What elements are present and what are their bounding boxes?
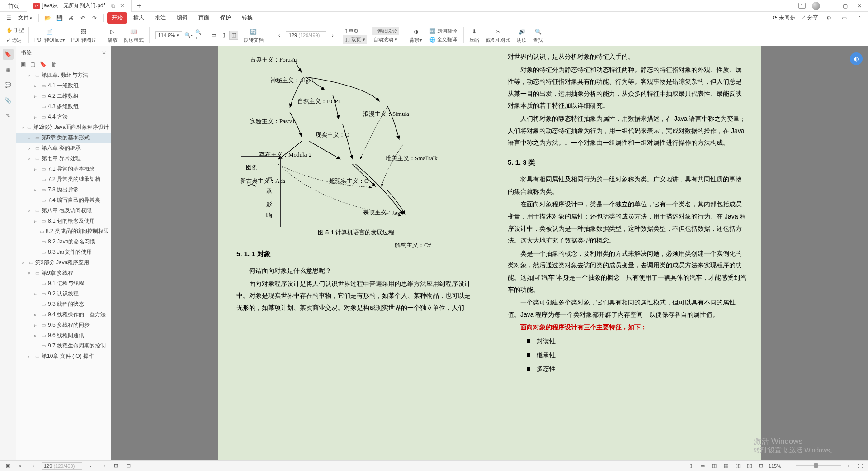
tab-edit[interactable]: 编辑 (172, 12, 192, 24)
minimize-icon[interactable]: — (826, 2, 835, 10)
bookmark-item[interactable]: ▭8.3 Jar文件的使用 (16, 247, 111, 257)
sb-zoom-in-icon[interactable]: + (844, 461, 853, 471)
maximize-icon[interactable]: ▢ (841, 2, 849, 10)
full-translate[interactable]: 🌐 全文翻译 (428, 35, 459, 44)
bookmark-item[interactable]: ▭8.2 类成员的访问控制权限 (16, 226, 111, 237)
open-icon[interactable]: 📂 (42, 13, 52, 23)
bookmark-item[interactable]: ▿▭第3部分 Java程序应用 (16, 257, 111, 268)
bookmark-item[interactable]: ▿▭第七章 异常处理 (16, 153, 111, 164)
floating-helper-icon[interactable]: ◐ (850, 52, 863, 65)
bookmark-item[interactable]: ▭7.4 编写自己的异常类 (16, 195, 111, 205)
sb-view2-icon[interactable]: ▭ (698, 461, 707, 471)
file-tab[interactable]: P java从一无所知到入门.pdf ⧉ ✕ (27, 0, 132, 12)
continuous-read[interactable]: ≡ 连续阅读 (372, 27, 399, 35)
external-icon[interactable]: ⧉ (111, 3, 115, 9)
bookmark-item[interactable]: ▹▭4.2 二维数组 (16, 91, 111, 101)
bookmark-item[interactable]: ▭7.2 异常类的继承架构 (16, 174, 111, 185)
sb-zoom-slider[interactable] (796, 465, 841, 466)
zoom-out-icon[interactable]: 🔍- (184, 31, 193, 40)
bookmark-item[interactable]: ▹▭9.6 线程间通讯 (16, 330, 111, 341)
bm-tool-1[interactable]: ▣ (21, 61, 26, 67)
bookmark-item[interactable]: ▿▭第9章 多线程 (16, 268, 111, 278)
bookmark-item[interactable]: ▭8.2 Java的命名习惯 (16, 237, 111, 247)
print-icon[interactable]: 🖨 (66, 13, 76, 23)
bm-tool-2[interactable]: ▢ (30, 61, 35, 67)
bookmark-item[interactable]: ▹▭7.1 异常的基本概念 (16, 164, 111, 174)
screenshot-compare[interactable]: ✂截图和对比 (483, 27, 513, 43)
sb-next-page-icon[interactable]: › (86, 461, 95, 471)
sb-remove-icon[interactable]: ⊟ (124, 461, 133, 471)
bookmark-item[interactable]: ▭4.3 多维数组 (16, 101, 111, 112)
tab-protect[interactable]: 保护 (216, 12, 236, 24)
sync-status[interactable]: ⟳ 未同步 (773, 14, 795, 22)
pdf-to-image[interactable]: 🖼PDF转图片 (69, 27, 99, 43)
bookmark-item[interactable]: ▹▭7.3 抛出异常 (16, 185, 111, 195)
new-tab-button[interactable]: + (132, 2, 146, 10)
signature-icon[interactable]: ✎ (3, 110, 14, 121)
tab-insert[interactable]: 插入 (129, 12, 149, 24)
share-button[interactable]: ↗ 分享 (801, 14, 818, 22)
bm-tool-3[interactable]: 🔖 (40, 61, 47, 67)
zoom-input[interactable]: 114.9% ▾ (155, 31, 182, 39)
bookmark-item[interactable]: ▿▭第八章 包及访问权限 (16, 205, 111, 216)
bookmark-item[interactable]: ▿▭第四章. 数组与方法 (16, 70, 111, 81)
sb-panel-icon[interactable]: ▣ (4, 461, 13, 471)
select-tool[interactable]: ➹ 选定 (6, 35, 24, 45)
notification-badge[interactable]: 1 (798, 3, 806, 9)
sb-add-icon[interactable]: ⊞ (111, 461, 120, 471)
hand-tool[interactable]: ✋ 手型 (6, 25, 24, 35)
bookmark-item[interactable]: ▿▭第2部分 Java面向对象程序设计 (16, 122, 111, 133)
comment-icon[interactable]: 💬 (3, 80, 14, 90)
find[interactable]: 🔍查找 (530, 27, 546, 43)
sb-view5-icon[interactable]: ▯▯ (733, 461, 742, 471)
double-page[interactable]: ▯▯ 双页▾ (343, 35, 367, 44)
bookmark-toggle-icon[interactable]: 🔖 (3, 49, 14, 60)
bookmark-item[interactable]: ▭9.1 进程与线程 (16, 278, 111, 289)
bookmark-item[interactable]: ▹▭第10章 文件 (IO) 操作 (16, 351, 111, 362)
fit-width-icon[interactable]: ▭ (209, 31, 218, 40)
page-input[interactable]: 129 (129/499) (286, 31, 326, 39)
avatar-icon[interactable] (812, 2, 820, 10)
tab-convert[interactable]: 转换 (237, 12, 257, 24)
bookmark-item[interactable]: ▭9.3 线程的状态 (16, 299, 111, 309)
bookmark-item[interactable]: ▹▭4.4 方法 (16, 112, 111, 122)
close-panel-icon[interactable]: ✕ (102, 50, 106, 56)
auto-scroll[interactable]: 自动滚动▾ (372, 35, 399, 44)
bookmark-item[interactable]: ▹▭第5章 类的基本形式 (16, 133, 111, 143)
zoom-in-icon[interactable]: 🔍+ (195, 31, 204, 40)
close-window-icon[interactable]: ✕ (855, 2, 863, 10)
hamburger-icon[interactable]: ☰ (4, 13, 14, 23)
document-viewport[interactable]: ◐ (111, 46, 868, 460)
sb-first-page-icon[interactable]: ⇤ (16, 461, 25, 471)
sb-last-page-icon[interactable]: ⇥ (99, 461, 108, 471)
tab-start[interactable]: 开始 (107, 12, 127, 24)
read-mode[interactable]: 📖阅读模式 (121, 27, 146, 43)
word-translate[interactable]: 🔤 划词翻译 (428, 27, 459, 35)
bookmark-item[interactable]: ▹▭4.1 一维数组 (16, 81, 111, 91)
collapse-icon[interactable]: ⌃ (854, 13, 864, 23)
rotate-doc[interactable]: 🔄旋转文档 (241, 27, 266, 43)
sb-fullscreen-icon[interactable]: ⛶ (855, 461, 864, 471)
sb-view7-icon[interactable]: ⊡ (757, 461, 766, 471)
read-aloud[interactable]: 🔊朗读 (514, 27, 529, 43)
sb-view6-icon[interactable]: ▯▯ (745, 461, 754, 471)
sb-page-input[interactable]: 129 (129/499) (42, 462, 82, 470)
sb-view1-icon[interactable]: ▯ (686, 461, 695, 471)
bookmark-item[interactable]: ▹▭8.1 包的概念及使用 (16, 216, 111, 226)
save-icon[interactable]: 💾 (54, 13, 64, 23)
settings-icon[interactable]: ⚙ (824, 13, 834, 23)
bookmark-item[interactable]: ▹▭9.5 多线程的同步 (16, 320, 111, 330)
skin-icon[interactable]: ▭ (839, 13, 849, 23)
undo-icon[interactable]: ↶ (78, 13, 88, 23)
sb-view4-icon[interactable]: ▦ (722, 461, 731, 471)
file-menu[interactable]: 文件▾ (15, 14, 35, 22)
redo-icon[interactable]: ↷ (90, 13, 99, 23)
next-page-icon[interactable]: › (328, 31, 337, 40)
compress[interactable]: ⬇压缩 (467, 27, 482, 43)
fit-auto-icon[interactable]: ◫ (229, 31, 238, 40)
fit-page-icon[interactable]: ▯ (219, 31, 228, 40)
play-button[interactable]: ▷播放 (105, 27, 120, 43)
sb-zoom-label[interactable]: 115% (769, 463, 781, 469)
sb-zoom-out-icon[interactable]: − (784, 461, 793, 471)
bookmark-item[interactable]: ▹▭9.2 认识线程 (16, 289, 111, 299)
